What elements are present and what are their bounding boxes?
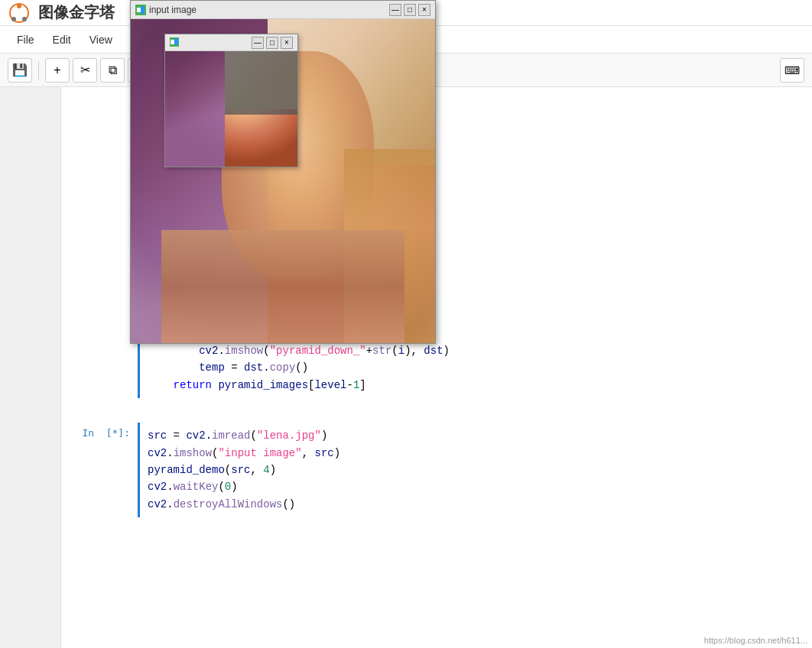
code-line-2-2: cv2.imshow("input image", src) (148, 445, 804, 462)
svg-rect-9 (174, 38, 178, 45)
code-line-1-8: return pyramid_images[level-1] (148, 377, 804, 394)
copy-button[interactable]: ⧉ (100, 58, 125, 83)
cell-code-2: src = cv2.imread("lena.jpg") cv2.imshow(… (138, 423, 812, 517)
svg-point-3 (22, 17, 27, 21)
pyramid-close-button[interactable]: × (281, 37, 293, 49)
pyramid-maximize-button[interactable]: □ (266, 37, 278, 49)
input-image-titlebar: input image — □ × (131, 1, 435, 19)
copy-icon: ⧉ (109, 63, 117, 77)
add-icon: + (54, 63, 60, 77)
input-image-window-title: input image (149, 5, 386, 15)
save-icon: 💾 (12, 63, 28, 77)
cut-icon: ✂ (80, 63, 90, 77)
window-app-icon (135, 5, 146, 15)
code-line-2-4: cv2.waitKey(0) (148, 478, 804, 495)
keyboard-button[interactable]: ⌨ (780, 58, 804, 83)
pyramid-image-canvas (165, 51, 297, 167)
sidebar-left (0, 87, 61, 648)
close-button[interactable]: × (418, 4, 430, 16)
menu-file[interactable]: File (8, 31, 44, 49)
svg-point-1 (17, 4, 21, 8)
window-controls: — □ × (389, 4, 430, 16)
svg-rect-8 (171, 40, 174, 44)
toolbar-separator-1 (38, 61, 39, 79)
maximize-button[interactable]: □ (404, 4, 416, 16)
cell-number-2: In [*]: (61, 423, 138, 517)
cell-number-1 (61, 99, 138, 398)
svg-rect-6 (141, 6, 145, 14)
watermark-text: https://blog.csdn.net/h611... (704, 636, 807, 645)
svg-rect-5 (137, 8, 141, 12)
code-line-2-1: src = cv2.imread("lena.jpg") (148, 427, 804, 444)
code-line-1-6: cv2.imshow("pyramid_down_"+str(i), dst) (148, 342, 804, 359)
menu-edit[interactable]: Edit (44, 31, 80, 49)
code-line-1-7: temp = dst.copy() (148, 359, 804, 376)
pyramid-titlebar: — □ × (165, 34, 297, 51)
pyramid-minimize-button[interactable]: — (252, 37, 264, 49)
add-cell-button[interactable]: + (45, 58, 70, 83)
cut-button[interactable]: ✂ (73, 58, 97, 83)
svg-point-2 (11, 17, 16, 21)
notebook-title: 图像金字塔 (38, 2, 115, 23)
minimize-button[interactable]: — (389, 4, 401, 16)
jupyter-logo-icon (8, 2, 31, 24)
code-cell-2[interactable]: In [*]: src = cv2.imread("lena.jpg") cv2… (61, 420, 812, 520)
pyramid-window-controls: — □ × (252, 37, 293, 49)
save-button[interactable]: 💾 (8, 58, 32, 83)
pyramid-window[interactable]: — □ × (164, 34, 298, 167)
code-line-2-5: cv2.destroyAllWindows() (148, 496, 804, 513)
pyramid-window-icon (170, 36, 179, 50)
menu-view[interactable]: View (80, 31, 122, 49)
code-line-2-3: pyramid_demo(src, 4) (148, 462, 804, 478)
keyboard-icon: ⌨ (784, 64, 800, 76)
